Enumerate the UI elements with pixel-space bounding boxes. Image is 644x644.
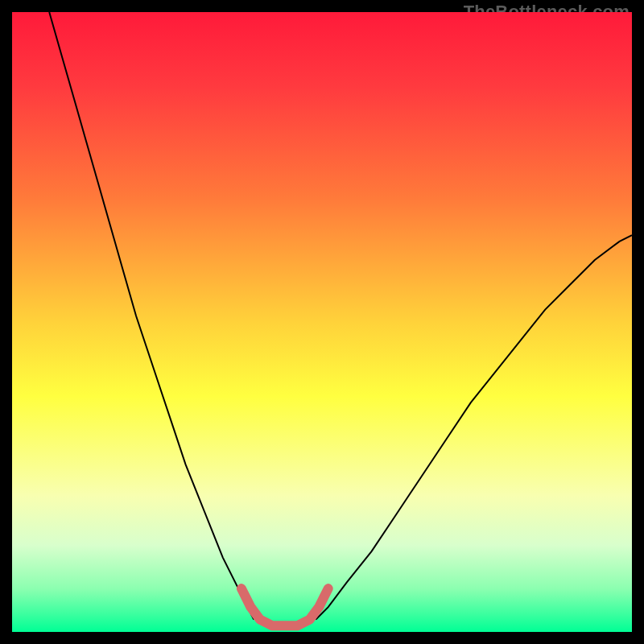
chart-background — [12, 12, 632, 632]
chart-frame: TheBottleneck.com — [0, 0, 644, 644]
bottleneck-chart — [12, 12, 632, 632]
